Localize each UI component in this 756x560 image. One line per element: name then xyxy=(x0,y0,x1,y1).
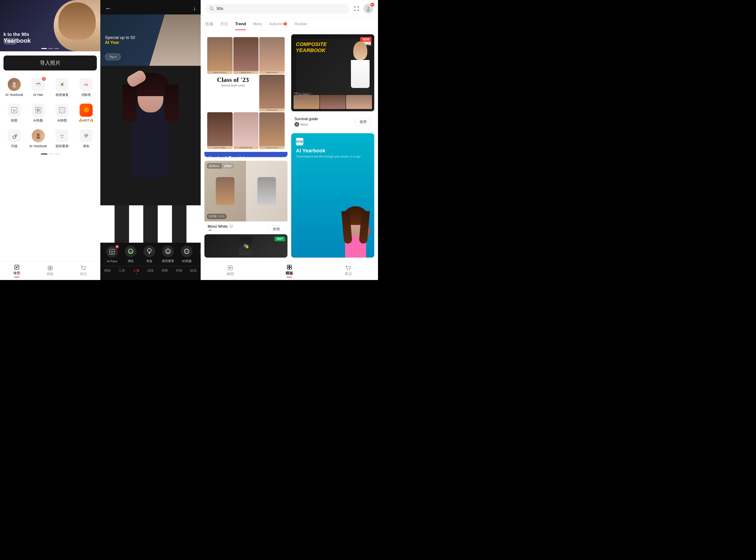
panel2-tool-ai-beauty[interactable]: AI美 xyxy=(196,245,201,263)
panel2-tool-face-reshape[interactable]: 面部重塑 xyxy=(159,245,177,263)
tool-hot[interactable]: 🟠 🔥HOT🔥 xyxy=(74,100,98,126)
tool-ai-collage[interactable]: AI拼图 xyxy=(50,100,74,126)
survival-author-avatar: M xyxy=(295,122,299,127)
search-bar[interactable] xyxy=(205,4,350,14)
p2-nav-template[interactable]: 模板 xyxy=(100,268,115,274)
p3-template-nav-icon xyxy=(286,264,292,270)
tab-following[interactable]: 关注 xyxy=(220,18,228,30)
panel2-tool-label-face-reshape: 面部重塑 xyxy=(162,259,174,263)
panel2-tool-makeup[interactable]: 美妆 xyxy=(140,245,159,263)
p2-nav-tools[interactable]: 工具 xyxy=(115,268,129,274)
makeup-tool-icon xyxy=(143,245,155,257)
author-avatar: E xyxy=(208,229,212,231)
banner-cta-button[interactable]: ow > xyxy=(3,38,17,44)
tool-upgrade[interactable]: 升级 xyxy=(2,126,26,152)
yearbook-title-area: Class of '23 Starring Stella Lynde xyxy=(207,75,259,112)
nav-item-edit[interactable]: 修图 xyxy=(0,262,33,280)
tab-more[interactable]: More xyxy=(253,18,262,30)
tool-color-grading[interactable]: 调色 xyxy=(74,126,98,152)
tool-eraser[interactable]: 消除笔 xyxy=(74,75,98,100)
panel2-tool-color[interactable]: 调色 xyxy=(121,245,140,263)
panel2-try-button[interactable]: Try n xyxy=(105,54,121,60)
p3-nav-shop[interactable]: 商店 xyxy=(319,262,378,280)
p3-nav-label-template: 模板 xyxy=(285,271,293,276)
panel2-tool-3d-beauty[interactable]: 3D美颜 xyxy=(177,245,196,263)
svg-point-25 xyxy=(61,135,62,136)
tool-label-eraser: 消除笔 xyxy=(81,93,91,97)
survival-author-name: Mono xyxy=(300,123,308,126)
back-button[interactable]: ← xyxy=(105,5,112,12)
svg-rect-34 xyxy=(48,268,50,270)
p2-nav-active-dot xyxy=(136,273,137,274)
p2-nav-portrait[interactable]: 人像 xyxy=(129,268,143,274)
yb-photo-3: Babist Brown xyxy=(259,37,285,74)
p2-nav-label-template: 模板 xyxy=(104,268,111,273)
svg-point-46 xyxy=(169,251,170,251)
panel2: ← ↓ Special up to 50 AI Year Try n xyxy=(100,0,201,280)
hot-svg: 🟠 xyxy=(83,107,89,114)
p3-nav-edit[interactable]: 修图 xyxy=(201,262,260,280)
svg-rect-15 xyxy=(62,108,64,110)
yb-name-1: James Johnson xyxy=(213,71,226,74)
panel3-bottom-nav: 修图 模板 商店 xyxy=(201,261,378,280)
p3-edit-nav-icon xyxy=(227,265,233,271)
tool-ai-hair[interactable]: N AI Hair xyxy=(26,75,51,100)
download-button[interactable]: ↓ xyxy=(193,5,196,12)
panel2-banner-line1: Special up to 50 xyxy=(105,35,135,40)
p2-nav-effects[interactable]: 特效 xyxy=(172,268,186,274)
p3-nav-template[interactable]: 模板 xyxy=(260,262,319,280)
survival-use-button[interactable]: 使用 xyxy=(355,118,371,126)
import-photo-button[interactable]: 导入照片 xyxy=(3,56,97,71)
face-reshape-tool-icon xyxy=(162,245,174,257)
eraser-icon xyxy=(80,78,93,91)
screen-capture-icon[interactable] xyxy=(352,4,361,13)
3d-beauty-tool-icon xyxy=(181,245,193,257)
person-silhouette-2 xyxy=(35,133,42,139)
search-input[interactable] xyxy=(217,6,345,11)
tab-autumn[interactable]: Autumn🍁 xyxy=(269,18,288,30)
p2-nav-stickers[interactable]: 贴纸 xyxy=(186,268,201,274)
user-avatar-header[interactable]: 9+ xyxy=(363,4,373,14)
tool-quality-repair[interactable]: 画质修复 xyxy=(50,75,74,100)
tab-favorites[interactable]: 收藏 xyxy=(205,18,213,30)
yb-name-3: Babist Brown xyxy=(266,71,277,74)
3d-beauty-svg xyxy=(184,248,190,254)
tab-trend[interactable]: Trend xyxy=(235,18,246,30)
svg-point-1 xyxy=(12,85,16,88)
p2-nav-label-portrait: 人像 xyxy=(133,268,140,273)
nav-underline-edit xyxy=(14,277,20,277)
ai-hair-icon: N xyxy=(32,78,45,91)
survival-girl-figure xyxy=(346,41,374,88)
ai-collage-svg xyxy=(58,106,66,114)
tool-ai-yearbook-2[interactable]: AI Yearbook xyxy=(26,126,51,152)
svg-point-0 xyxy=(13,82,16,85)
color-svg xyxy=(127,248,134,254)
nav-item-shop[interactable]: 商店 xyxy=(67,262,100,280)
svg-rect-7 xyxy=(84,85,86,86)
svg-line-21 xyxy=(15,136,16,136)
notification-badge: 9+ xyxy=(371,3,374,6)
face-reshape-svg xyxy=(58,132,66,140)
svg-rect-57 xyxy=(290,265,292,267)
tools-grid: AI Yearbook N AI Hair 画质修复 xyxy=(0,75,100,152)
filter-use-button[interactable]: 使用 xyxy=(268,225,284,231)
p2-nav-filter[interactable]: 滤镜 xyxy=(143,268,158,274)
panel2-tool-ai-face[interactable]: N AI Face xyxy=(103,246,121,263)
p2-nav-label-effects: 特效 xyxy=(176,268,182,273)
yb-photo-1: James Johnson xyxy=(207,37,233,74)
tool-ai-yearbook[interactable]: AI Yearbook xyxy=(2,75,26,100)
p2-nav-adjust[interactable]: 调整 xyxy=(158,268,172,274)
tool-cutout[interactable]: AI 抠图 xyxy=(2,100,26,126)
tool-face-reshape[interactable]: 面部重塑 xyxy=(50,126,74,152)
survival-bg: 📖 COMPOSITEYEARBOOK 🚗 1990s xyxy=(291,34,374,111)
new-badge-survival: NEW xyxy=(360,37,372,42)
yearbook-template-banner[interactable]: Yearbook Templates For your AI Yearbook … xyxy=(204,152,287,157)
banner-boy-figure xyxy=(149,15,201,66)
tab-rookie[interactable]: Rookie xyxy=(295,18,307,30)
tool-ai-beauty[interactable]: AI AI美颜 xyxy=(26,100,51,126)
yb-photo-9: Jasmine Wood xyxy=(259,112,285,149)
panel3-content: James Johnson Sandy Smith Babist Brown C… xyxy=(201,31,378,261)
nav-item-template[interactable]: 模板 xyxy=(33,262,67,280)
shop-nav-icon xyxy=(81,265,86,271)
survival-user-count: 166 xyxy=(294,92,298,95)
